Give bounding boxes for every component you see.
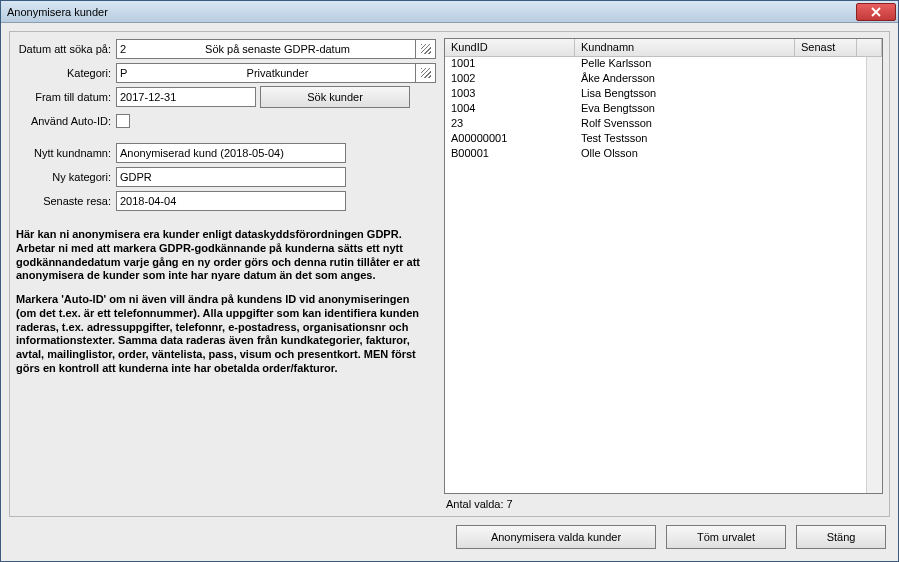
tom-urvalet-button[interactable]: Töm urvalet (666, 525, 786, 549)
bottom-bar: Anonymisera valda kunder Töm urvalet Stä… (9, 521, 890, 553)
table-body: 1001Pelle Karlsson1002Åke Andersson1003L… (445, 57, 882, 162)
kategori-label: Kategori: (16, 67, 116, 79)
datum-att-soka-text[interactable] (140, 39, 416, 59)
left-panel: Datum att söka på: Kategori: (16, 38, 436, 510)
anvand-auto-id-label: Använd Auto-ID: (16, 115, 116, 127)
table-header: KundID Kundnamn Senast (445, 39, 882, 57)
row-anvand-auto-id: Använd Auto-ID: (16, 110, 436, 132)
datum-att-soka-code[interactable] (116, 39, 140, 59)
table-row[interactable]: B00001Olle Olsson (445, 147, 882, 162)
main-panel: Datum att söka på: Kategori: (9, 31, 890, 517)
cell-senast (795, 117, 857, 132)
cell-kundid: 1001 (445, 57, 575, 72)
window: Anonymisera kunder Datum att söka på: (0, 0, 899, 562)
row-fram-till-datum: Fram till datum: Sök kunder (16, 86, 436, 108)
datum-att-soka-label: Datum att söka på: (16, 43, 116, 55)
content-area: Datum att söka på: Kategori: (1, 23, 898, 561)
cell-senast (795, 87, 857, 102)
ny-kategori-input[interactable] (116, 167, 346, 187)
close-button[interactable] (856, 3, 896, 21)
table-row[interactable]: 1003Lisa Bengtsson (445, 87, 882, 102)
row-nytt-kundnamn: Nytt kundnamn: (16, 142, 436, 164)
cell-senast (795, 147, 857, 162)
cell-kundnamn: Pelle Karlsson (575, 57, 795, 72)
th-kundnamn[interactable]: Kundnamn (575, 39, 795, 56)
customer-table[interactable]: KundID Kundnamn Senast 1001Pelle Karlsso… (444, 38, 883, 494)
stang-button[interactable]: Stäng (796, 525, 886, 549)
vertical-scrollbar[interactable] (866, 57, 882, 493)
chevron-down-icon (421, 44, 431, 54)
kategori-text[interactable] (140, 63, 416, 83)
kategori-combo[interactable] (116, 63, 436, 83)
table-row[interactable]: 23Rolf Svensson (445, 117, 882, 132)
senaste-resa-input[interactable] (116, 191, 346, 211)
title-bar: Anonymisera kunder (1, 1, 898, 23)
count-label: Antal valda: 7 (444, 494, 883, 510)
cell-kundid: 23 (445, 117, 575, 132)
cell-kundnamn: Olle Olsson (575, 147, 795, 162)
datum-att-soka-dropdown-button[interactable] (416, 39, 436, 59)
anvand-auto-id-checkbox[interactable] (116, 114, 130, 128)
info-paragraph-1: Här kan ni anonymisera era kunder enligt… (16, 228, 426, 283)
th-pad (857, 39, 882, 56)
cell-kundid: 1003 (445, 87, 575, 102)
cell-senast (795, 57, 857, 72)
sok-kunder-button[interactable]: Sök kunder (260, 86, 410, 108)
fram-till-datum-input[interactable] (116, 87, 256, 107)
cell-senast (795, 132, 857, 147)
datum-att-soka-combo[interactable] (116, 39, 436, 59)
close-icon (871, 7, 881, 17)
cell-kundnamn: Test Testsson (575, 132, 795, 147)
th-senast[interactable]: Senast (795, 39, 857, 56)
window-title: Anonymisera kunder (7, 6, 108, 18)
kategori-code[interactable] (116, 63, 140, 83)
info-text: Här kan ni anonymisera era kunder enligt… (16, 228, 436, 386)
row-senaste-resa: Senaste resa: (16, 190, 436, 212)
senaste-resa-label: Senaste resa: (16, 195, 116, 207)
table-row[interactable]: A00000001Test Testsson (445, 132, 882, 147)
table-row[interactable]: 1002Åke Andersson (445, 72, 882, 87)
table-row[interactable]: 1004Eva Bengtsson (445, 102, 882, 117)
cell-kundnamn: Åke Andersson (575, 72, 795, 87)
row-datum-att-soka: Datum att söka på: (16, 38, 436, 60)
chevron-down-icon (421, 68, 431, 78)
nytt-kundnamn-label: Nytt kundnamn: (16, 147, 116, 159)
cell-kundnamn: Lisa Bengtsson (575, 87, 795, 102)
cell-kundnamn: Rolf Svensson (575, 117, 795, 132)
fram-till-datum-label: Fram till datum: (16, 91, 116, 103)
table-row[interactable]: 1001Pelle Karlsson (445, 57, 882, 72)
right-panel: KundID Kundnamn Senast 1001Pelle Karlsso… (444, 38, 883, 510)
th-kundid[interactable]: KundID (445, 39, 575, 56)
info-paragraph-2: Markera 'Auto-ID' om ni även vill ändra … (16, 293, 426, 376)
cell-kundid: B00001 (445, 147, 575, 162)
kategori-dropdown-button[interactable] (416, 63, 436, 83)
ny-kategori-label: Ny kategori: (16, 171, 116, 183)
row-ny-kategori: Ny kategori: (16, 166, 436, 188)
row-kategori: Kategori: (16, 62, 436, 84)
cell-senast (795, 102, 857, 117)
cell-senast (795, 72, 857, 87)
cell-kundid: 1004 (445, 102, 575, 117)
nytt-kundnamn-input[interactable] (116, 143, 346, 163)
cell-kundid: 1002 (445, 72, 575, 87)
anonymisera-button[interactable]: Anonymisera valda kunder (456, 525, 656, 549)
cell-kundid: A00000001 (445, 132, 575, 147)
cell-kundnamn: Eva Bengtsson (575, 102, 795, 117)
